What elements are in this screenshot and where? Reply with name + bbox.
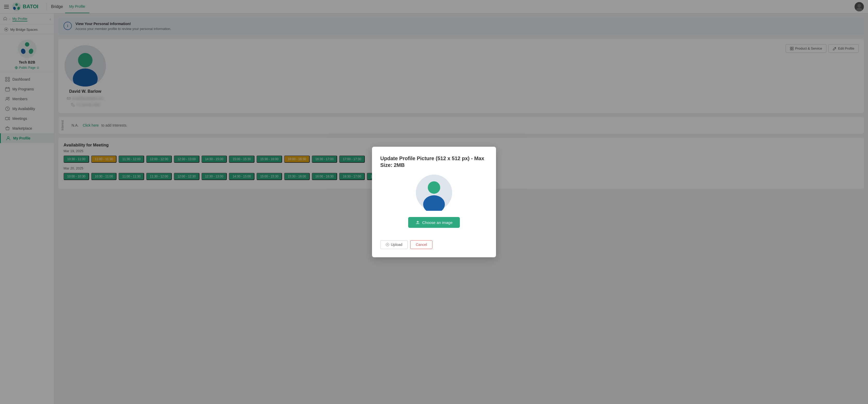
upload-label: Upload xyxy=(391,243,402,247)
cancel-label: Cancel xyxy=(416,243,427,247)
upload-icon xyxy=(415,220,420,225)
update-profile-picture-modal: Update Profile Picture (512 x 512 px) - … xyxy=(372,147,496,257)
choose-image-button[interactable]: Choose an image xyxy=(408,217,460,228)
cancel-button[interactable]: Cancel xyxy=(410,240,432,249)
svg-point-32 xyxy=(428,181,440,194)
modal-title: Update Profile Picture (512 x 512 px) - … xyxy=(380,155,488,168)
modal-avatar-preview xyxy=(380,175,488,211)
choose-image-label: Choose an image xyxy=(422,220,453,225)
modal-avatar-circle xyxy=(416,175,452,211)
modal-avatar-image xyxy=(416,175,452,211)
modal-footer: Upload Cancel xyxy=(380,240,488,249)
upload-button[interactable]: Upload xyxy=(380,240,408,249)
modal-overlay[interactable]: Update Profile Picture (512 x 512 px) - … xyxy=(0,0,868,404)
upload-small-icon xyxy=(386,243,389,246)
